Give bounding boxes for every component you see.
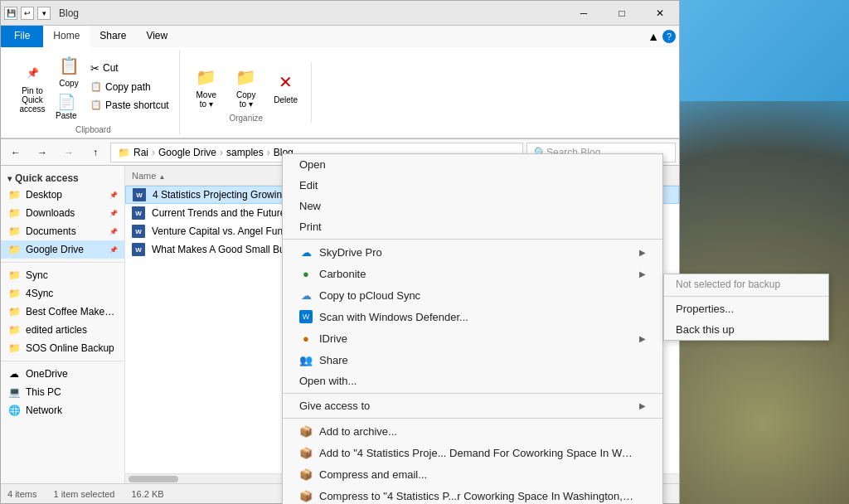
- ctx-compress[interactable]: 📦 Compress and email...: [283, 463, 662, 485]
- clipboard-buttons: 📌 Pin to Quickaccess 📋 Copy 📄: [14, 51, 172, 122]
- ctx-print-label: Print: [299, 220, 322, 233]
- pin-to-quick-access-button[interactable]: 📌 Pin to Quickaccess: [14, 58, 51, 115]
- sidebar-label-sync: Sync: [26, 269, 118, 281]
- ctx-open-label: Open: [299, 158, 326, 171]
- sidebar-item-documents[interactable]: 📁 Documents 📌: [1, 222, 124, 240]
- move-to-button[interactable]: 📁 Moveto ▾: [188, 62, 225, 110]
- ribbon-collapse-button[interactable]: ▲: [648, 30, 659, 43]
- window-controls: ─ □ ✕: [565, 1, 679, 26]
- forward-button[interactable]: →: [31, 143, 54, 162]
- ctx-divider-3: [283, 418, 662, 419]
- ctx-open[interactable]: Open: [283, 154, 662, 175]
- folder-icon-edited: 📁: [7, 323, 21, 337]
- ctx-idrive[interactable]: ● IDrive ▶: [283, 327, 662, 349]
- ribbon: File Home Share View ▲ ? 📌 Pin to Quicka…: [1, 26, 679, 139]
- skydrive-icon: ☁: [299, 245, 313, 259]
- quick-access-save[interactable]: 💾: [4, 7, 17, 20]
- paste-shortcut-icon: 📋: [90, 99, 102, 110]
- pin-docs: 📌: [109, 228, 118, 235]
- paste-button[interactable]: 📄 Paste: [54, 91, 84, 122]
- context-menu: Open Edit New Print ☁ SkyDrive Pro ▶ ● C…: [282, 153, 663, 504]
- word-icon-1: W: [133, 188, 146, 201]
- h-scroll-thumb[interactable]: [129, 476, 178, 482]
- archive-icon-3: 📦: [299, 468, 313, 481]
- sidebar-label-network: Network: [26, 405, 118, 416]
- folder-icon-coffee: 📁: [7, 305, 21, 318]
- ctx-defender[interactable]: W Scan with Windows Defender...: [283, 306, 662, 327]
- ribbon-content: 📌 Pin to Quickaccess 📋 Copy 📄: [1, 47, 679, 138]
- cut-button[interactable]: ✂ Cut: [87, 61, 172, 76]
- word-icon-2: W: [132, 206, 145, 220]
- quick-access-undo[interactable]: ↩: [21, 7, 34, 20]
- maximize-button[interactable]: □: [603, 1, 641, 26]
- sidebar-label-edited: edited articles: [26, 324, 118, 336]
- sidebar-item-4sync[interactable]: 📁 4Sync: [1, 284, 124, 303]
- sky-backup[interactable]: Back this up: [664, 319, 828, 340]
- organize-buttons: 📁 Moveto ▾ 📁 Copyto ▾ ✕ Delete: [188, 62, 304, 110]
- folder-icon-sync: 📁: [7, 269, 21, 282]
- sidebar-item-sync[interactable]: 📁 Sync: [1, 266, 124, 284]
- paste-shortcut-label: Paste shortcut: [105, 99, 169, 111]
- ctx-share[interactable]: 👥 Share: [283, 349, 662, 371]
- ctx-compressrar[interactable]: 📦 Compress to "4 Statistics P...r Cowork…: [283, 485, 662, 504]
- folder-icon: 📁: [7, 188, 21, 201]
- folder-icon-4sync: 📁: [7, 287, 21, 300]
- sidebar: Quick access 📁 Desktop 📌 📁 Downloads 📌 📁…: [1, 166, 125, 483]
- tab-home[interactable]: Home: [43, 26, 90, 47]
- ctx-addrar[interactable]: 📦 Add to "4 Statistics Proje... Demand F…: [283, 442, 662, 463]
- tab-share[interactable]: Share: [90, 26, 136, 47]
- sidebar-item-desktop[interactable]: 📁 Desktop 📌: [1, 186, 124, 204]
- quick-access-dropdown[interactable]: ▾: [37, 7, 51, 20]
- copy-to-button[interactable]: 📁 Copyto ▾: [228, 62, 264, 110]
- ctx-giveaccess[interactable]: Give access to ▶: [283, 395, 662, 416]
- quick-access-header[interactable]: Quick access: [1, 169, 124, 186]
- sidebar-item-network[interactable]: 🌐 Network: [1, 401, 124, 419]
- ctx-carbonite[interactable]: ● Carbonite ▶: [283, 263, 662, 284]
- copy-path-button[interactable]: 📋 Copy path: [87, 80, 172, 94]
- ctx-skydrive[interactable]: ☁ SkyDrive Pro ▶: [283, 241, 662, 263]
- title-bar: 💾 ↩ ▾ Blog ─ □ ✕: [1, 1, 679, 26]
- ctx-print[interactable]: Print: [283, 216, 662, 237]
- ctx-openwith-label: Open with...: [299, 375, 357, 387]
- sidebar-item-sos[interactable]: 📁 SOS Online Backup: [1, 339, 124, 357]
- ctx-edit[interactable]: Edit: [283, 175, 662, 196]
- item-count: 4 items: [7, 489, 36, 499]
- sidebar-item-coffeemaker[interactable]: 📁 Best Coffee Maker C: [1, 303, 124, 321]
- back-button[interactable]: ←: [4, 143, 27, 162]
- up-button[interactable]: ↑: [84, 143, 107, 162]
- tab-view[interactable]: View: [136, 26, 177, 47]
- sidebar-item-onedrive[interactable]: ☁ OneDrive: [1, 365, 124, 383]
- carbonite-icon: ●: [299, 267, 313, 280]
- ctx-share-label: Share: [319, 354, 348, 366]
- copy-path-label: Copy path: [105, 81, 151, 93]
- forward-button-2[interactable]: →: [57, 143, 80, 162]
- folder-icon-docs: 📁: [7, 225, 21, 238]
- sidebar-item-thispc[interactable]: 💻 This PC: [1, 383, 124, 401]
- delete-button[interactable]: ✕ Delete: [268, 67, 304, 106]
- ctx-openwith[interactable]: Open with...: [283, 371, 662, 391]
- path-rai: Rai: [133, 147, 148, 158]
- giveaccess-arrow: ▶: [639, 401, 646, 410]
- minimize-button[interactable]: ─: [565, 1, 603, 26]
- ctx-pcloud[interactable]: ☁ Copy to pCloud Sync: [283, 284, 662, 306]
- help-button[interactable]: ?: [662, 30, 676, 43]
- tab-file[interactable]: File: [1, 26, 43, 47]
- pin-gd: 📌: [109, 246, 118, 254]
- sidebar-label-coffeemaker: Best Coffee Maker C: [26, 306, 118, 317]
- copy-button[interactable]: 📋 Copy: [54, 51, 84, 90]
- sidebar-label-4sync: 4Sync: [26, 288, 118, 299]
- close-button[interactable]: ✕: [641, 1, 679, 26]
- sky-properties[interactable]: Properties...: [664, 298, 828, 319]
- organize-label: Organize: [229, 114, 263, 123]
- paste-shortcut-button[interactable]: 📋 Paste shortcut: [87, 98, 172, 113]
- file-name-3: Venture Capital vs. Angel Funding: [152, 225, 302, 237]
- quick-access-toolbar: 💾 ↩ ▾: [1, 7, 54, 20]
- ctx-new[interactable]: New: [283, 196, 662, 216]
- sidebar-item-downloads[interactable]: 📁 Downloads 📌: [1, 204, 124, 222]
- copy-icon: 📋: [56, 52, 82, 79]
- ctx-skydrive-label: SkyDrive Pro: [319, 246, 382, 259]
- sidebar-item-googledrive[interactable]: 📁 Google Drive 📌: [1, 240, 124, 259]
- sidebar-item-edited[interactable]: 📁 edited articles: [1, 321, 124, 339]
- ctx-addarchive[interactable]: 📦 Add to archive...: [283, 420, 662, 442]
- path-gdrive: Google Drive: [158, 147, 216, 158]
